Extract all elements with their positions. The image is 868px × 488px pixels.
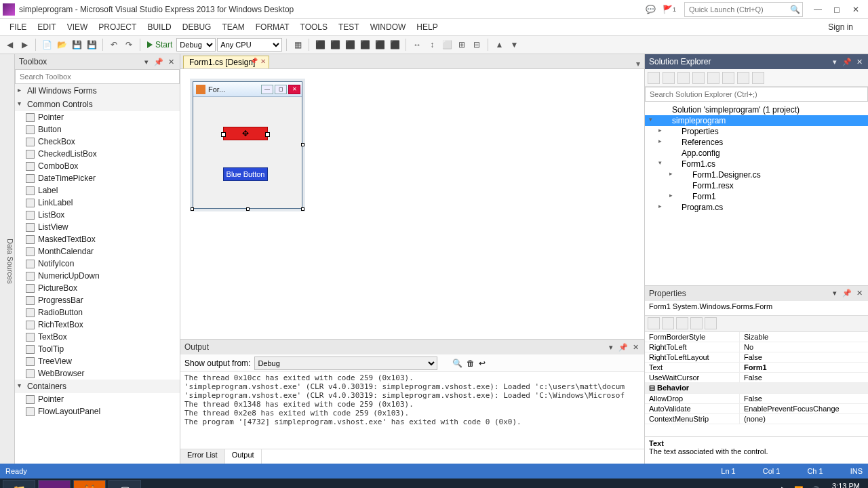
layout-align-left-icon[interactable]: ⬛ (313, 38, 327, 52)
find-icon[interactable]: 🔍 (452, 359, 462, 368)
quick-launch-input[interactable] (684, 2, 803, 17)
tree-node[interactable]: Solution 'simpleprogram' (1 project) (645, 104, 868, 115)
tray-volume-icon[interactable]: 🔊 (810, 486, 820, 489)
menu-edit[interactable]: EDIT (32, 21, 61, 33)
properties-page-icon[interactable] (676, 317, 688, 329)
tab-output[interactable]: Output (225, 449, 262, 464)
tree-node[interactable]: ▸Form1 (645, 191, 868, 202)
properties-icon[interactable] (737, 72, 749, 84)
menu-help[interactable]: HELP (411, 21, 443, 33)
tree-node[interactable]: ▾simpleprogram (645, 115, 868, 126)
nav-forward-icon[interactable]: ▶ (18, 38, 31, 52)
close-tab-icon[interactable]: ✕ (260, 58, 266, 65)
sign-in-link[interactable]: Sign in (828, 22, 864, 32)
form-window[interactable]: For... — ◻ ✕ ✥ Blue Button (193, 81, 302, 209)
toolbox-item[interactable]: Pointer (15, 111, 180, 123)
toolbox-item[interactable]: ListBox (15, 209, 180, 221)
dropdown-icon[interactable]: ▾ (142, 58, 151, 66)
form-close-button[interactable]: ✕ (288, 85, 300, 94)
pin-icon[interactable]: 📌 (842, 289, 852, 298)
toolbox-item[interactable]: ListView (15, 221, 180, 233)
taskbar-app-icon[interactable]: ▢ (108, 480, 141, 488)
solution-explorer-search-input[interactable] (645, 87, 868, 102)
resize-handle[interactable] (191, 207, 194, 211)
home-icon[interactable] (663, 72, 675, 84)
pin-tab-icon[interactable]: 📌 (250, 58, 258, 64)
menu-file[interactable]: FILE (4, 21, 32, 33)
tab-form1-design[interactable]: Form1.cs [Design] 📌 ✕ (183, 56, 269, 68)
form-minimize-button[interactable]: — (261, 85, 273, 94)
tree-node[interactable]: Form1.resx (645, 180, 868, 191)
layout-align-center-icon[interactable]: ⬛ (328, 38, 342, 52)
collapse-icon[interactable] (707, 72, 719, 84)
toolbox-item[interactable]: DateTimePicker (15, 172, 180, 184)
toolbox-item[interactable]: Pointer (15, 393, 180, 405)
tree-node[interactable]: ▾Form1.cs (645, 159, 868, 169)
properties-grid[interactable]: FormBorderStyleSizableRightToLeftNoRight… (645, 332, 868, 437)
toolbox-item[interactable]: TextBox (15, 331, 180, 343)
layout-align-right-icon[interactable]: ⬛ (343, 38, 357, 52)
start-debug-button[interactable]: Start (144, 40, 175, 49)
close-icon[interactable]: ✕ (854, 58, 864, 66)
menu-format[interactable]: FORMAT (250, 21, 295, 33)
close-button[interactable]: ✕ (846, 5, 865, 14)
data-sources-tab[interactable]: Data Sources (0, 54, 15, 464)
resize-handle[interactable] (301, 143, 304, 146)
red-button-control[interactable]: ✥ (223, 127, 268, 140)
back-icon[interactable] (648, 72, 660, 84)
maximize-button[interactable]: ◻ (827, 5, 846, 14)
minimize-button[interactable]: — (808, 5, 827, 14)
toolbox-item[interactable]: ComboBox (15, 160, 180, 172)
center-h-icon[interactable]: ⊞ (455, 38, 469, 52)
toolbox-item[interactable]: PictureBox (15, 282, 180, 294)
menu-window[interactable]: WINDOW (365, 21, 412, 33)
taskbar-firefox-icon[interactable]: 🦊 (73, 480, 106, 488)
new-project-icon[interactable]: 📄 (40, 38, 54, 52)
open-file-icon[interactable]: 📂 (55, 38, 68, 52)
tab-error-list[interactable]: Error List (180, 449, 225, 464)
toolbox-item[interactable]: CheckedListBox (15, 148, 180, 160)
pin-icon[interactable]: 📌 (618, 343, 628, 352)
form-designer-surface[interactable]: For... — ◻ ✕ ✥ Blue Button (180, 69, 644, 339)
nav-back-icon[interactable]: ◀ (3, 38, 16, 52)
toolbox-item[interactable]: NumericUpDown (15, 270, 180, 282)
tree-node[interactable]: ▸References (645, 137, 868, 148)
toolbox-search-input[interactable] (15, 69, 180, 84)
toolbox-group[interactable]: Containers (15, 380, 180, 393)
alphabetical-icon[interactable] (662, 317, 674, 329)
blue-button-control[interactable]: Blue Button (223, 167, 268, 181)
showall-icon[interactable] (722, 72, 734, 84)
spacing-v-icon[interactable]: ↕ (425, 38, 439, 52)
close-icon[interactable]: ✕ (166, 58, 176, 66)
toolbox-item[interactable]: MaskedTextBox (15, 233, 180, 245)
tray-network-icon[interactable]: 📶 (794, 486, 804, 489)
menu-test[interactable]: TEST (333, 21, 365, 33)
preview-icon[interactable] (752, 72, 764, 84)
configuration-select[interactable]: Debug (176, 38, 216, 52)
output-text[interactable]: The thread 0x10cc has exited with code 2… (180, 372, 644, 449)
toolbox-item[interactable]: LinkLabel (15, 197, 180, 209)
toggle-wrap-icon[interactable]: ↩ (479, 359, 486, 368)
platform-select[interactable]: Any CPU (217, 38, 282, 52)
layout-align-bottom-icon[interactable]: ⬛ (388, 38, 401, 52)
toolbox-item[interactable]: MonthCalendar (15, 245, 180, 258)
toolbox-item[interactable]: CheckBox (15, 136, 180, 148)
toolbox-item[interactable]: Label (15, 184, 180, 197)
tree-node[interactable]: ▸Form1.Designer.cs (645, 169, 868, 180)
dropdown-icon[interactable]: ▾ (830, 289, 840, 298)
size-same-icon[interactable]: ⬜ (440, 38, 454, 52)
pin-icon[interactable]: 📌 (154, 58, 163, 66)
toolbox-item[interactable]: RadioButton (15, 306, 180, 319)
center-v-icon[interactable]: ⊟ (470, 38, 484, 52)
properties-object-selector[interactable]: Form1 System.Windows.Forms.Form (645, 301, 868, 316)
toolbox-item[interactable]: ToolTip (15, 343, 180, 355)
sync-icon[interactable] (677, 72, 690, 84)
tree-node[interactable]: ▸Properties (645, 126, 868, 137)
menu-view[interactable]: VIEW (62, 21, 94, 33)
menu-build[interactable]: BUILD (142, 21, 176, 33)
pin-icon[interactable]: 📌 (842, 58, 852, 66)
refresh-icon[interactable] (692, 72, 705, 84)
toolbox-item[interactable]: Button (15, 123, 180, 136)
toolbox-item[interactable]: NotifyIcon (15, 258, 180, 270)
dropdown-icon[interactable]: ▾ (830, 58, 840, 66)
